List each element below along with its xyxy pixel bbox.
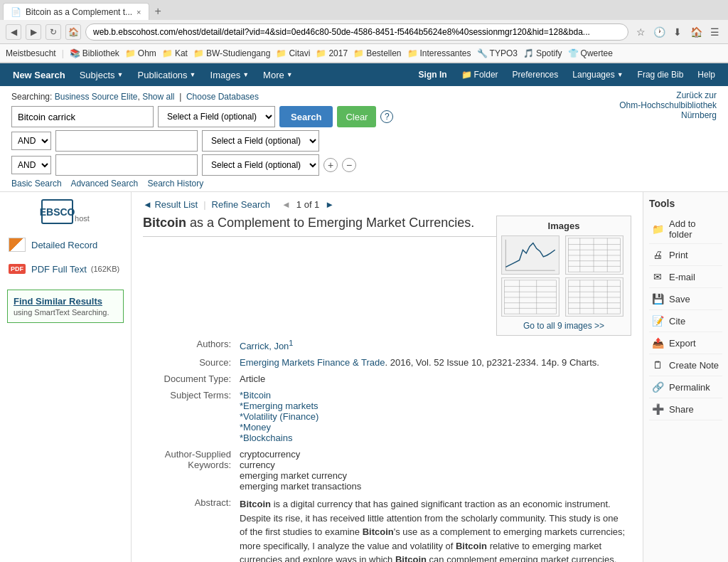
help-icon[interactable]: ? xyxy=(380,110,393,123)
bookmark-citavi[interactable]: 📁 Citavi xyxy=(276,48,310,58)
author-link[interactable]: Carrick, Jon1 xyxy=(240,341,293,351)
detailed-record-link[interactable]: Detailed Record xyxy=(7,233,124,257)
bookmark-bibliothek[interactable]: 📚 Bibliothek xyxy=(70,48,119,58)
right-sidebar-tools: Tools 📁 Add to folder 🖨 Print ✉ E-mail 💾… xyxy=(643,192,728,562)
home-icon2[interactable]: 🏠 xyxy=(688,24,704,40)
subject-terms-row: Subject Terms: *Bitcoin *Emerging market… xyxy=(143,387,631,446)
bookmark-bw[interactable]: 📁 BW-Studiengang xyxy=(193,48,271,58)
search-row-3: AND Select a Field (optional) + − xyxy=(11,154,717,176)
export-button[interactable]: 📤 Export xyxy=(649,332,722,354)
image-thumb-2[interactable] xyxy=(565,235,623,275)
subject-terms-label: Subject Terms: xyxy=(143,387,235,446)
search-input[interactable] xyxy=(11,106,154,127)
close-tab-button[interactable]: × xyxy=(136,8,141,16)
refresh-button[interactable]: ↻ xyxy=(46,24,61,40)
nav-right: Sign In 📁 Folder Preferences Languages ▼… xyxy=(412,63,722,86)
save-icon: 💾 xyxy=(651,292,665,306)
save-button[interactable]: 💾 Save xyxy=(649,288,722,310)
permalink-button[interactable]: 🔗 Permalink xyxy=(649,376,722,398)
search-input-3[interactable] xyxy=(55,154,198,176)
clear-button[interactable]: Clear xyxy=(337,106,376,127)
field-select-2[interactable]: Select a Field (optional) xyxy=(202,130,319,152)
svg-rect-0 xyxy=(502,236,558,274)
result-list-link[interactable]: ◄ Result List xyxy=(143,199,198,210)
bookmark-2017[interactable]: 📁 2017 xyxy=(316,48,348,58)
bookmark-bestellen[interactable]: 📁 Bestellen xyxy=(353,48,401,58)
abstract-row: Abstract: Bitcoin is a digital currency … xyxy=(143,494,631,562)
go-to-all-images[interactable]: Go to all 9 images >> xyxy=(523,321,604,331)
active-tab[interactable]: 📄 Bitcoin as a Complement t... × xyxy=(3,3,149,20)
advanced-search-link[interactable]: Advanced Search xyxy=(70,179,138,189)
database-link[interactable]: Business Source Elite xyxy=(55,92,138,102)
subject-money[interactable]: *Money xyxy=(240,422,271,433)
bookmark-typo3[interactable]: 🔧 TYPO3 xyxy=(477,48,518,58)
history-icon[interactable]: 🕐 xyxy=(651,24,667,40)
title-bold-part: Bitcoin xyxy=(143,216,186,230)
nav-new-search[interactable]: New Search xyxy=(6,63,73,86)
bookmark-interessantes[interactable]: 📁 Interessantes xyxy=(407,48,471,58)
subject-blockchains[interactable]: *Blockchains xyxy=(240,433,292,443)
menu-icon[interactable]: ☰ xyxy=(707,24,722,40)
url-input[interactable] xyxy=(85,23,628,41)
nav-subjects[interactable]: Subjects ▼ xyxy=(73,63,131,86)
export-icon: 📤 xyxy=(651,336,665,350)
source-label: Source: xyxy=(143,354,235,371)
and-select-2[interactable]: AND xyxy=(11,132,51,150)
create-note-button[interactable]: 🗒 Create Note xyxy=(649,354,722,376)
bookmark-qwertee[interactable]: 👕 Qwertee xyxy=(568,48,613,58)
pdf-fulltext-link[interactable]: PDF PDF Full Text (162KB) xyxy=(7,257,124,281)
nav-frag-die-bib[interactable]: Frag die Bib xyxy=(631,63,691,86)
nav-more[interactable]: More ▼ xyxy=(256,63,300,86)
home-button[interactable]: 🏠 xyxy=(65,24,81,40)
remove-row-button[interactable]: − xyxy=(342,158,356,172)
images-box: Images xyxy=(496,216,631,336)
zurück-link[interactable]: Zurück zur Ohm-Hochschulbibliothek Nürnb… xyxy=(619,90,717,120)
image-thumb-4[interactable] xyxy=(565,277,623,317)
search-history-link[interactable]: Search History xyxy=(147,179,203,189)
add-to-folder-button[interactable]: 📁 Add to folder xyxy=(649,215,722,244)
source-link[interactable]: Emerging Markets Finance & Trade xyxy=(240,357,385,368)
nav-images[interactable]: Images ▼ xyxy=(203,63,257,86)
email-button[interactable]: ✉ E-mail xyxy=(649,266,722,288)
field-select-3[interactable]: Select a Field (optional) xyxy=(202,154,319,176)
ebsco-logo-area: EBSCO host xyxy=(7,199,124,224)
download-icon[interactable]: ⬇ xyxy=(670,24,685,40)
subject-emerging-markets[interactable]: *Emerging markets xyxy=(240,401,318,411)
bookmark-spotify[interactable]: 🎵 Spotify xyxy=(523,48,562,58)
and-select-3[interactable]: AND xyxy=(11,156,51,174)
bookmark-ohm[interactable]: 📁 Ohm xyxy=(125,48,156,58)
print-button[interactable]: 🖨 Print xyxy=(649,244,722,266)
go-to-images-link[interactable]: Go to all 9 images >> xyxy=(501,321,626,331)
field-select-1[interactable]: Select a Field (optional) xyxy=(158,106,275,127)
add-row-button[interactable]: + xyxy=(323,158,338,172)
bookmark-star-icon[interactable]: ☆ xyxy=(633,24,648,40)
nav-publications[interactable]: Publications ▼ xyxy=(131,63,203,86)
forward-button[interactable]: ▶ xyxy=(26,24,41,40)
back-button[interactable]: ◀ xyxy=(6,24,21,40)
subject-bitcoin[interactable]: *Bitcoin xyxy=(240,390,271,401)
nav-languages[interactable]: Languages ▼ xyxy=(565,63,630,86)
subject-volatility[interactable]: *Volatility (Finance) xyxy=(240,411,318,422)
new-tab-button[interactable]: + xyxy=(149,2,167,21)
refine-search-link[interactable]: Refine Search xyxy=(212,199,270,210)
cite-button[interactable]: 📝 Cite xyxy=(649,310,722,332)
bookmark-kat[interactable]: 📁 Kat xyxy=(162,48,188,58)
nav-sign-in[interactable]: Sign In xyxy=(412,63,454,86)
show-all-link[interactable]: Show all xyxy=(142,92,174,102)
nav-preferences[interactable]: Preferences xyxy=(505,63,566,86)
share-button[interactable]: ➕ Share xyxy=(649,398,722,420)
main-content: EBSCO host Detailed Record PDF PDF Full … xyxy=(0,192,728,562)
doc-type-value: Article xyxy=(235,371,631,387)
search-input-2[interactable] xyxy=(55,130,198,152)
search-button[interactable]: Search xyxy=(279,106,333,127)
basic-search-link[interactable]: Basic Search xyxy=(11,179,62,189)
choose-databases-link[interactable]: Choose Databases xyxy=(186,92,259,102)
nav-help[interactable]: Help xyxy=(690,63,722,86)
images-title: Images xyxy=(501,221,626,231)
find-similar-link[interactable]: Find Similar Results xyxy=(14,296,102,307)
authors-row: Authors: Carrick, Jon1 xyxy=(143,336,631,354)
image-thumb-3[interactable] xyxy=(501,277,560,317)
nav-folder[interactable]: 📁 Folder xyxy=(454,63,505,86)
bookmark-meistbesucht[interactable]: Meistbesucht xyxy=(6,48,56,58)
image-thumb-1[interactable] xyxy=(501,235,560,275)
